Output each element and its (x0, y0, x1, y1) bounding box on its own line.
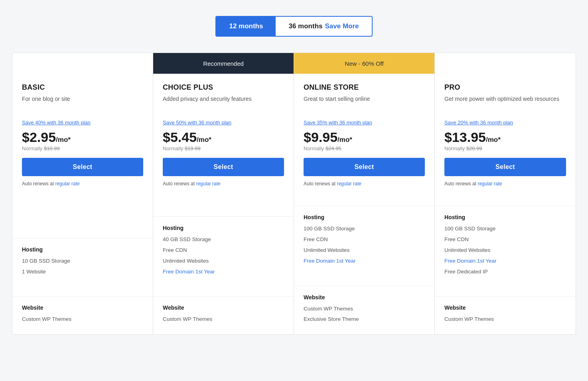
plan-col-pro: PRO Get more power with optimized web re… (435, 53, 576, 334)
plan-name-basic: BASIC (22, 83, 143, 92)
select-button-basic[interactable]: Select (22, 158, 143, 176)
hosting-feature: Free CDN (163, 247, 284, 254)
price-strikethrough-pro: $28.99 (466, 145, 482, 151)
hosting-feature: Free Domain 1st Year (163, 268, 284, 276)
price-main-pro: $13.95/mo* (444, 130, 566, 144)
billing-toggle-inner: 12 months 36 monthsSave More (215, 16, 372, 37)
price-amount-basic: $2.95 (22, 130, 56, 145)
price-normal-choice-plus: Normally $19.99 (163, 145, 284, 151)
plan-name-choice-plus: CHOICE PLUS (163, 83, 284, 92)
price-strikethrough-online-store: $24.95 (326, 145, 341, 151)
regular-rate-link-basic[interactable]: regular rate (55, 181, 79, 187)
save-link-basic[interactable]: Save 40% with 36 month plan (22, 120, 143, 126)
price-amount-choice-plus: $5.45 (163, 130, 197, 145)
plan-desc-basic: For one blog or site (22, 95, 143, 112)
auto-renew-online-store: Auto renews at regular rate (304, 181, 425, 187)
hosting-category-online-store: Hosting (304, 214, 425, 220)
plan-badge-basic (12, 53, 153, 74)
hosting-category-pro: Hosting (444, 214, 566, 220)
hosting-feature: 1 Website (22, 268, 143, 276)
website-section-basic: Website Custom WP Themes (12, 296, 153, 334)
website-section-pro: Website Custom WP Themes (435, 296, 576, 334)
hosting-category-basic: Hosting (22, 246, 143, 253)
price-normal-online-store: Normally $24.95 (304, 145, 425, 151)
features-spacer-online-store (294, 276, 434, 286)
auto-renew-choice-plus: Auto renews at regular rate (163, 181, 284, 187)
plan-desc-choice-plus: Added privacy and security features (163, 95, 284, 112)
plan-desc-online-store: Great to start selling online (304, 95, 425, 112)
hosting-feature: Unlimited Websites (304, 247, 425, 254)
billing-save-more-label: Save More (325, 22, 359, 30)
website-feature: Custom WP Themes (444, 316, 566, 323)
hosting-feature: Free Domain 1st Year (444, 257, 566, 265)
price-normal-pro: Normally $28.99 (444, 145, 566, 151)
price-main-choice-plus: $5.45/mo* (163, 130, 284, 144)
plans-container: BASIC For one blog or site Save 40% with… (12, 53, 576, 335)
hosting-feature: Unlimited Websites (163, 257, 284, 265)
billing-36months-label: 36 months (288, 22, 322, 30)
website-category-online-store: Website (304, 294, 425, 300)
select-button-choice-plus[interactable]: Select (163, 158, 284, 176)
plan-desc-pro: Get more power with optimized web resour… (444, 95, 566, 112)
hosting-feature: 100 GB SSD Storage (304, 225, 425, 233)
plan-name-pro: PRO (444, 83, 566, 92)
hosting-feature: Free CDN (444, 236, 566, 244)
website-feature: Custom WP Themes (163, 316, 284, 323)
hosting-feature: Unlimited Websites (444, 247, 566, 254)
billing-12months-button[interactable]: 12 months (216, 17, 276, 36)
hosting-feature: Free CDN (304, 236, 425, 244)
billing-toggle: 12 months 36 monthsSave More (12, 16, 576, 37)
website-feature: Exclusive Store Theme (304, 316, 425, 323)
website-category-basic: Website (22, 304, 143, 311)
plan-col-online-store: New - 60% Off ONLINE STORE Great to star… (294, 53, 435, 334)
hosting-feature: Free Dedicated IP (444, 268, 566, 276)
regular-rate-link-online-store[interactable]: regular rate (337, 181, 361, 187)
save-link-online-store[interactable]: Save 35% with 36 month plan (304, 120, 425, 126)
hosting-feature: 100 GB SSD Storage (444, 225, 566, 233)
website-section-choice-plus: Website Custom WP Themes (153, 296, 294, 334)
website-feature: Custom WP Themes (22, 316, 143, 323)
website-category-choice-plus: Website (163, 304, 284, 311)
price-amount-pro: $13.95 (444, 130, 486, 145)
hosting-feature: 40 GB SSD Storage (163, 236, 284, 244)
price-amount-online-store: $9.95 (304, 130, 337, 145)
plan-badge-pro (435, 53, 576, 74)
plan-badge-choice-plus: Recommended (153, 53, 294, 74)
page-wrapper: 12 months 36 monthsSave More BASIC For o… (0, 8, 588, 343)
plan-col-choice-plus: Recommended CHOICE PLUS Added privacy an… (153, 53, 294, 334)
plan-col-basic: BASIC For one blog or site Save 40% with… (12, 53, 153, 334)
features-spacer-pro (435, 287, 576, 296)
price-suffix-choice-plus: /mo* (197, 136, 211, 143)
price-strikethrough-basic: $10.99 (44, 145, 60, 151)
hosting-section-basic: Hosting 10 GB SSD Storage1 Website (12, 238, 153, 287)
billing-36months-button[interactable]: 36 monthsSave More (276, 17, 371, 36)
price-main-basic: $2.95/mo* (22, 130, 143, 144)
price-strikethrough-choice-plus: $19.99 (185, 145, 201, 151)
price-suffix-basic: /mo* (56, 136, 71, 143)
regular-rate-link-choice-plus[interactable]: regular rate (196, 181, 220, 187)
hosting-category-choice-plus: Hosting (163, 225, 284, 231)
plan-content-basic: BASIC For one blog or site Save 40% with… (12, 74, 153, 238)
plan-content-online-store: ONLINE STORE Great to start selling onli… (294, 74, 434, 206)
hosting-feature: Free Domain 1st Year (304, 257, 425, 265)
plan-badge-label-choice-plus: Recommended (203, 60, 244, 67)
price-suffix-pro: /mo* (486, 136, 501, 143)
hosting-section-pro: Hosting 100 GB SSD StorageFree CDNUnlimi… (435, 206, 576, 287)
auto-renew-basic: Auto renews at regular rate (22, 181, 143, 187)
plan-badge-online-store: New - 60% Off (294, 53, 434, 74)
select-button-pro[interactable]: Select (444, 158, 566, 176)
select-button-online-store[interactable]: Select (304, 158, 425, 176)
hosting-section-choice-plus: Hosting 40 GB SSD StorageFree CDNUnlimit… (153, 216, 294, 287)
website-category-pro: Website (444, 304, 566, 311)
plan-content-pro: PRO Get more power with optimized web re… (435, 74, 576, 206)
features-spacer-basic (12, 287, 153, 296)
auto-renew-pro: Auto renews at regular rate (444, 181, 566, 187)
website-feature: Custom WP Themes (304, 305, 425, 313)
features-spacer-choice-plus (153, 287, 294, 296)
hosting-section-online-store: Hosting 100 GB SSD StorageFree CDNUnlimi… (294, 206, 434, 276)
plan-content-choice-plus: CHOICE PLUS Added privacy and security f… (153, 74, 294, 216)
regular-rate-link-pro[interactable]: regular rate (478, 181, 502, 187)
save-link-pro[interactable]: Save 20% with 36 month plan (444, 120, 566, 126)
price-main-online-store: $9.95/mo* (304, 130, 425, 144)
save-link-choice-plus[interactable]: Save 50% with 36 month plan (163, 120, 284, 126)
